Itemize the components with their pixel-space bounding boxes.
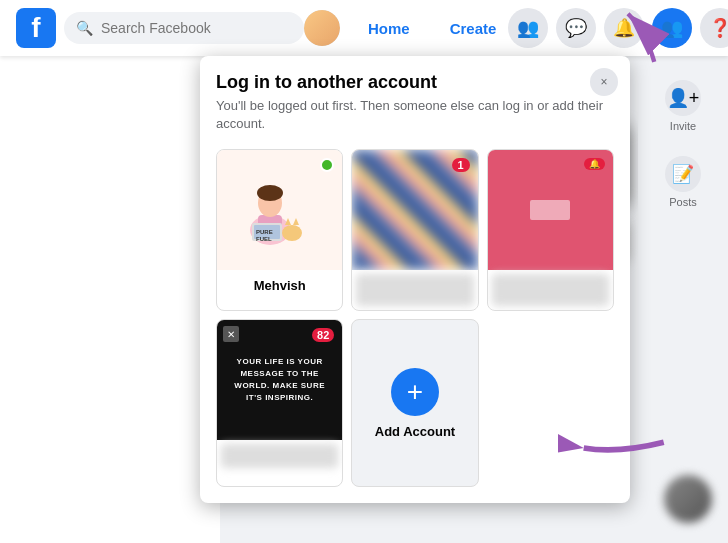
svg-text:PURE: PURE <box>256 229 273 235</box>
arrow-top-annotation <box>583 5 673 75</box>
svg-point-5 <box>282 225 302 241</box>
motivational-name-blurred <box>221 444 338 468</box>
add-account-card[interactable]: + Add Account <box>351 319 478 487</box>
second-row-grid: ✕ YOUR LIFE IS YOUR MESSAGE TO THE WORLD… <box>216 319 614 487</box>
online-indicator <box>320 158 334 172</box>
account-badge-2: 1 <box>452 158 470 172</box>
modal-title: Log in to another account <box>216 72 614 93</box>
account-name-2 <box>356 274 473 306</box>
add-account-label: Add Account <box>375 424 455 439</box>
motivational-card[interactable]: ✕ YOUR LIFE IS YOUR MESSAGE TO THE WORLD… <box>216 319 343 487</box>
account-card-2[interactable]: 1 <box>351 149 478 311</box>
close-small-icon: ✕ <box>223 326 239 342</box>
motivational-badge: 82 <box>312 328 334 342</box>
account-name-3 <box>492 274 609 306</box>
modal-subtitle: You'll be logged out first. Then someone… <box>216 97 614 133</box>
account-name-mehvish: Mehvish <box>217 270 342 301</box>
mehvish-illustration-svg: PURE FUEL <box>230 155 330 265</box>
account-badge-3: 🔔 <box>584 158 605 170</box>
plus-icon: + <box>407 376 423 408</box>
svg-point-4 <box>257 185 283 201</box>
account-avatar-mehvish: PURE FUEL <box>217 150 342 270</box>
accounts-grid: PURE FUEL Mehvish 1 <box>216 149 614 311</box>
motivational-text: YOUR LIFE IS YOUR MESSAGE TO THE WORLD. … <box>225 356 334 404</box>
svg-text:FUEL: FUEL <box>256 236 272 242</box>
arrow-bottom-annotation <box>558 408 678 488</box>
add-account-circle: + <box>391 368 439 416</box>
account-card-3[interactable]: 🔔 <box>487 149 614 311</box>
account-card-mehvish[interactable]: PURE FUEL Mehvish <box>216 149 343 311</box>
